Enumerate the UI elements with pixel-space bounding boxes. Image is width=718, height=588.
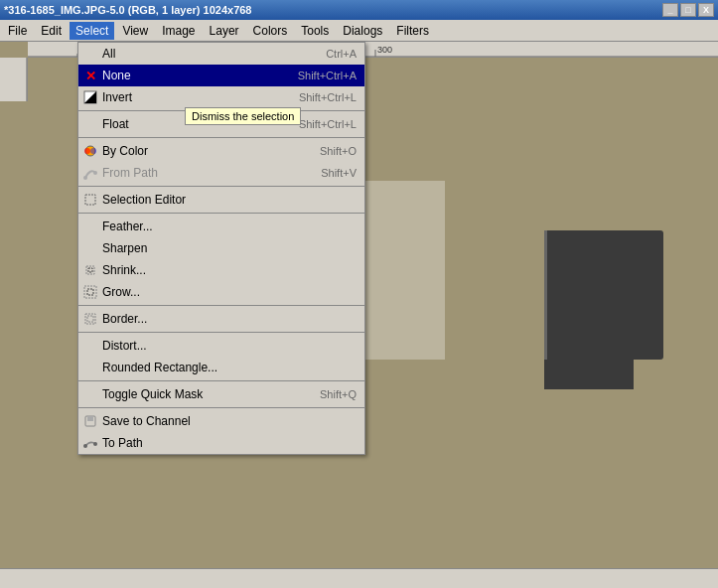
- menu-item-invert[interactable]: Invert Shift+Ctrl+L: [78, 86, 364, 108]
- menu-item-save-to-channel[interactable]: Save to Channel: [78, 410, 364, 432]
- invert-icon: [82, 89, 98, 105]
- svg-text:300: 300: [377, 45, 392, 55]
- selection-editor-label: Selection Editor: [102, 193, 186, 207]
- menu-item-all[interactable]: All Ctrl+A: [78, 43, 364, 65]
- distort-label: Distort...: [102, 339, 147, 353]
- save-to-channel-label: Save to Channel: [102, 414, 191, 428]
- menu-item-grow[interactable]: Grow...: [78, 281, 364, 303]
- menu-select[interactable]: Select: [70, 22, 114, 40]
- by-color-icon: [82, 143, 98, 159]
- menu-image[interactable]: Image: [156, 22, 201, 40]
- svg-point-35: [83, 176, 87, 180]
- svg-point-46: [83, 444, 87, 448]
- svg-point-36: [93, 171, 97, 175]
- maximize-button[interactable]: □: [680, 3, 696, 17]
- from-path-label: From Path: [102, 166, 158, 180]
- menu-file[interactable]: File: [2, 22, 33, 40]
- by-color-label: By Color: [102, 144, 148, 158]
- svg-point-34: [90, 148, 96, 154]
- by-color-shortcut: Shift+O: [320, 145, 357, 157]
- status-bar: [0, 568, 718, 588]
- grow-icon: [82, 284, 98, 300]
- separator-6: [78, 332, 364, 333]
- rounded-rectangle-label: Rounded Rectangle...: [102, 361, 217, 374]
- shrink-icon: [82, 262, 98, 278]
- svg-rect-29: [544, 230, 547, 360]
- shrink-label: Shrink...: [102, 263, 146, 277]
- feather-label: Feather...: [102, 220, 153, 233]
- menu-filters[interactable]: Filters: [390, 22, 435, 40]
- menu-item-selection-editor[interactable]: Selection Editor: [78, 189, 364, 211]
- toggle-quick-mask-shortcut: Shift+Q: [320, 388, 357, 400]
- menu-item-sharpen[interactable]: Sharpen: [78, 237, 364, 259]
- separator-7: [78, 380, 364, 381]
- tooltip-text: Dismiss the selection: [192, 110, 294, 122]
- all-shortcut: Ctrl+A: [326, 48, 357, 60]
- separator-4: [78, 213, 364, 214]
- separator-3: [78, 186, 364, 187]
- svg-point-33: [84, 148, 90, 154]
- border-label: Border...: [102, 312, 147, 326]
- border-icon: [82, 311, 98, 327]
- menu-item-feather[interactable]: Feather...: [78, 216, 364, 237]
- toggle-quick-mask-label: Toggle Quick Mask: [102, 387, 203, 401]
- window-title: *316-1685_IMG.JPG-5.0 (RGB, 1 layer) 102…: [4, 4, 251, 16]
- none-shortcut: Shift+Ctrl+A: [298, 70, 357, 81]
- title-bar-buttons: _ □ X: [662, 3, 714, 17]
- invert-shortcut: Shift+Ctrl+L: [299, 91, 357, 103]
- svg-rect-39: [88, 268, 92, 272]
- to-path-icon: [82, 435, 98, 451]
- title-bar: *316-1685_IMG.JPG-5.0 (RGB, 1 layer) 102…: [0, 0, 718, 20]
- menu-layer[interactable]: Layer: [204, 22, 245, 40]
- grow-label: Grow...: [102, 285, 140, 299]
- select-dropdown-menu: All Ctrl+A ✕ None Shift+Ctrl+A Invert Sh…: [77, 42, 365, 455]
- menu-dialogs[interactable]: Dialogs: [337, 22, 388, 40]
- svg-point-47: [93, 442, 97, 446]
- menu-bar: File Edit Select View Image Layer Colors…: [0, 20, 718, 42]
- menu-item-none[interactable]: ✕ None Shift+Ctrl+A: [78, 65, 364, 86]
- sharpen-label: Sharpen: [102, 241, 147, 255]
- minimize-button[interactable]: _: [662, 3, 678, 17]
- menu-tools[interactable]: Tools: [295, 22, 335, 40]
- none-icon: ✕: [82, 68, 98, 83]
- menu-edit[interactable]: Edit: [35, 22, 68, 40]
- menu-item-to-path[interactable]: To Path: [78, 432, 364, 454]
- svg-rect-40: [84, 286, 96, 298]
- separator-8: [78, 407, 364, 408]
- menu-item-by-color[interactable]: By Color Shift+O: [78, 140, 364, 162]
- svg-rect-43: [87, 316, 93, 322]
- save-to-channel-icon: [82, 413, 98, 429]
- separator-5: [78, 305, 364, 306]
- menu-item-border[interactable]: Border...: [78, 308, 364, 330]
- menu-view[interactable]: View: [116, 22, 154, 40]
- none-label: None: [102, 69, 131, 82]
- tooltip: Dismiss the selection: [185, 107, 301, 125]
- float-label: Float: [102, 117, 129, 131]
- all-label: All: [102, 47, 115, 61]
- menu-item-shrink[interactable]: Shrink...: [78, 259, 364, 281]
- menu-item-rounded-rectangle[interactable]: Rounded Rectangle...: [78, 357, 364, 378]
- menu-item-toggle-quick-mask[interactable]: Toggle Quick Mask Shift+Q: [78, 383, 364, 405]
- invert-label: Invert: [102, 90, 132, 104]
- menu-item-distort[interactable]: Distort...: [78, 335, 364, 357]
- svg-rect-45: [87, 416, 93, 421]
- svg-rect-38: [86, 266, 94, 274]
- from-path-icon: [82, 165, 98, 181]
- menu-colors[interactable]: Colors: [247, 22, 294, 40]
- menu-item-from-path: From Path Shift+V: [78, 162, 364, 184]
- selection-editor-icon: [82, 192, 98, 208]
- separator-2: [78, 137, 364, 138]
- float-shortcut: Shift+Ctrl+L: [299, 118, 357, 130]
- svg-rect-41: [87, 289, 93, 295]
- svg-rect-28: [544, 340, 634, 389]
- from-path-shortcut: Shift+V: [321, 167, 357, 179]
- svg-rect-37: [85, 195, 95, 205]
- to-path-label: To Path: [102, 436, 143, 450]
- close-button[interactable]: X: [698, 3, 714, 17]
